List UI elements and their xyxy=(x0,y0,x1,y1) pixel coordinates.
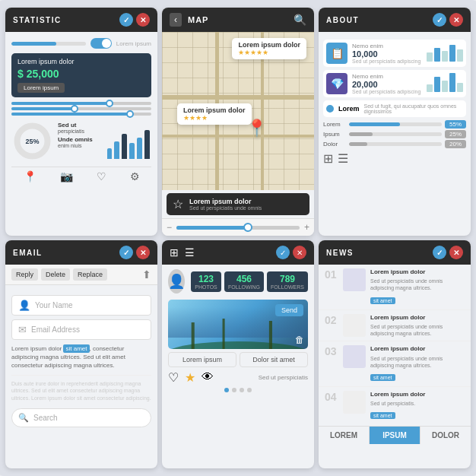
email-check-btn[interactable]: ✓ xyxy=(119,246,133,259)
email-close-btn[interactable]: ✕ xyxy=(136,246,150,259)
news-item-4: 04 Lorem ipsum dolor Sed ut perspiciatis… xyxy=(319,387,471,424)
slider-row-3 xyxy=(11,113,151,116)
dot-1[interactable] xyxy=(224,388,229,392)
location-icon[interactable]: 📍 xyxy=(24,170,36,182)
news-footer: LOREM IPSUM DOLOR xyxy=(319,426,471,444)
delete-btn[interactable]: Delete xyxy=(41,268,70,281)
news-footer-lorem[interactable]: LOREM xyxy=(319,427,370,444)
slider-track-1[interactable] xyxy=(11,102,151,105)
news-thumb-3 xyxy=(343,345,366,368)
upload-icon[interactable]: ⬆ xyxy=(142,268,151,281)
statistic-close-btn[interactable]: ✕ xyxy=(136,13,150,27)
email-search-bar[interactable]: 🔍 Search xyxy=(11,408,151,427)
social-header: ⊞ ☰ ✓ ✕ xyxy=(162,240,314,265)
info-card-icon: ☆ xyxy=(173,197,183,211)
photos-num: 123 xyxy=(195,274,217,284)
news-badge-4: sit amet xyxy=(370,412,395,419)
about-lorem-label: Lorem xyxy=(338,105,360,113)
bar-5 xyxy=(137,123,142,159)
heart-icon[interactable]: ♡ xyxy=(97,170,106,182)
gear-icon[interactable]: ⚙ xyxy=(130,170,140,182)
prog-row-1: Lorem 55% xyxy=(323,120,466,129)
prog-track-1 xyxy=(349,122,442,126)
popup2-stars: ★★★★ xyxy=(183,114,246,122)
bar-4 xyxy=(129,123,135,159)
toggle-switch[interactable] xyxy=(90,38,112,49)
social-btn-1[interactable]: Lorem ipsum xyxy=(168,352,236,367)
email-address-field[interactable]: ✉ Email Address xyxy=(11,319,151,340)
list-icon[interactable]: ☰ xyxy=(338,151,348,166)
news-content-4: Lorem ipsum dolor Sed ut perspiciatis. s… xyxy=(370,391,465,420)
followers-label: FOLLOWERS xyxy=(271,284,304,290)
replace-btn[interactable]: Replace xyxy=(73,268,107,281)
star-action-icon[interactable]: ★ xyxy=(185,370,195,385)
map-plus-btn[interactable]: + xyxy=(304,222,309,233)
map-minus-btn[interactable]: − xyxy=(167,222,172,233)
email-toolbar: Reply Delete Replace ⬆ xyxy=(5,265,157,285)
map-back-btn[interactable]: ‹ xyxy=(170,13,182,27)
news-desc-1: Sed ut perspiciatis unde omnis adipiscin… xyxy=(370,278,465,291)
email-name-field[interactable]: 👤 Your Name xyxy=(11,295,151,316)
send-btn[interactable]: Send xyxy=(275,304,303,316)
about-body: 📋 Nemo enim 10,000 Sed ut perspiciatis a… xyxy=(319,32,471,170)
widget-email: EMAIL ✓ ✕ Reply Delete Replace ⬆ 👤 Your … xyxy=(5,240,157,468)
news-title-1: Lorem ipsum dolor xyxy=(370,268,465,276)
news-footer-dolor[interactable]: DOLOR xyxy=(420,427,471,444)
about-title: ABOUT xyxy=(326,16,359,24)
statistic-title: STATISTIC xyxy=(13,16,62,24)
news-title-3: Lorem ipsum dolor xyxy=(370,345,465,353)
map-search-icon[interactable]: 🔍 xyxy=(294,14,306,26)
news-thumb-2 xyxy=(343,314,366,337)
about-label-2: Nemo enim xyxy=(352,73,422,80)
label-perspiciatis: perspiciatis xyxy=(58,129,101,134)
label-enim: enim niuis xyxy=(58,143,101,148)
eye-action-icon[interactable]: 👁 xyxy=(202,370,214,385)
news-check-btn[interactable]: ✓ xyxy=(433,246,446,259)
grid-header-icon[interactable]: ⊞ xyxy=(170,246,179,259)
social-btn-2[interactable]: Dolor sit amet xyxy=(240,352,308,367)
stat-bottom: 25% Sed ut perspiciatis Unde omnis enim … xyxy=(11,120,151,162)
list-header-icon[interactable]: ☰ xyxy=(185,246,195,259)
dot-3[interactable] xyxy=(240,388,244,392)
grid-icon[interactable]: ⊞ xyxy=(323,151,333,166)
heart-action-icon[interactable]: ♡ xyxy=(168,370,179,385)
news-content-2: Lorem ipsum dolor Sed ut perspiciatis un… xyxy=(370,314,465,338)
following-stat: 456 FOLLOWING xyxy=(224,271,264,292)
hero-btn[interactable]: Lorem ipsum xyxy=(17,83,65,93)
news-num-4: 04 xyxy=(325,391,338,403)
social-stats: 123 PHOTOS 456 FOLLOWING 789 FOLLOWERS xyxy=(191,271,308,292)
delete-image-icon[interactable]: 🗑 xyxy=(295,335,304,345)
map-header: ‹ MAP 🔍 xyxy=(162,8,314,32)
social-dots xyxy=(168,388,308,392)
map-slider[interactable] xyxy=(176,226,300,230)
about-radio[interactable] xyxy=(326,105,334,113)
dot-4[interactable] xyxy=(247,388,252,392)
dot-2[interactable] xyxy=(232,388,236,392)
map-info-card: ☆ Lorem ipsum dolor Sed ut perspiciatis … xyxy=(167,193,309,215)
email-divider xyxy=(11,375,151,376)
email-header: EMAIL ✓ ✕ xyxy=(5,240,157,265)
social-avatar: 👤 xyxy=(168,269,185,294)
about-close-btn[interactable]: ✕ xyxy=(449,13,463,27)
search-icon: 🔍 xyxy=(18,413,29,423)
label-sed: Sed ut xyxy=(58,122,101,129)
about-check-btn[interactable]: ✓ xyxy=(433,13,446,27)
social-check-btn[interactable]: ✓ xyxy=(276,246,290,259)
news-title: NEWS xyxy=(326,249,354,257)
info-card-desc: Sed ut perspiciatis unde omnis xyxy=(189,205,262,211)
news-footer-ipsum[interactable]: IPSUM xyxy=(370,427,420,444)
about-value-2: 20,000 xyxy=(352,80,422,89)
map-pin: 📍 xyxy=(246,119,267,138)
camera-icon[interactable]: 📷 xyxy=(60,170,73,182)
social-action-icons: ♡ ★ 👁 xyxy=(168,370,214,385)
news-num-3: 03 xyxy=(325,345,338,357)
social-body: 👤 123 PHOTOS 456 FOLLOWING 789 FOLLOWERS xyxy=(162,265,314,397)
social-controls: ✓ ✕ xyxy=(276,246,306,259)
about-controls: ✓ ✕ xyxy=(433,13,463,27)
reply-btn[interactable]: Reply xyxy=(11,268,38,281)
news-close-btn[interactable]: ✕ xyxy=(449,246,463,259)
statistic-check-btn[interactable]: ✓ xyxy=(119,13,133,27)
news-desc-4: Sed ut perspiciatis. xyxy=(370,400,465,407)
social-close-btn[interactable]: ✕ xyxy=(293,246,306,259)
slider-track-3[interactable] xyxy=(11,113,151,116)
